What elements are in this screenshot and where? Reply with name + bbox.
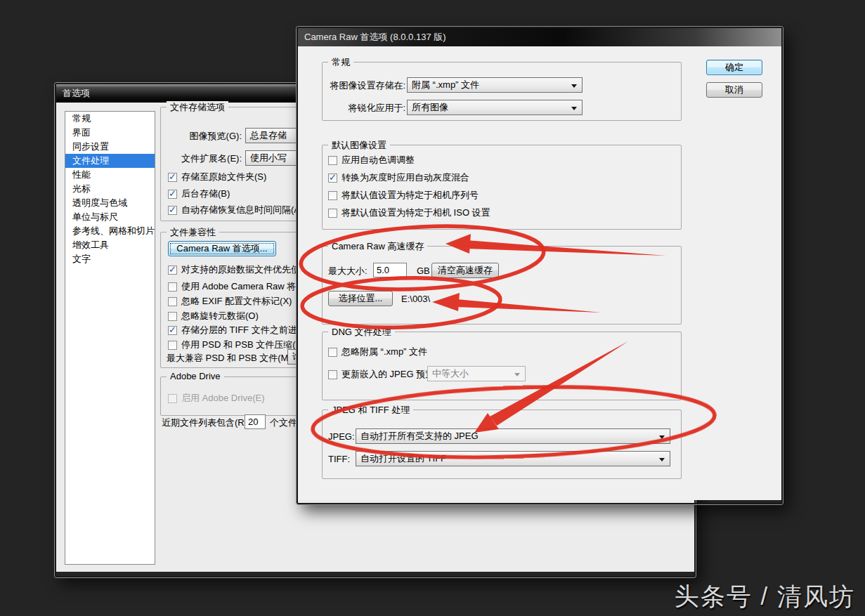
camera-raw-cache-group: Camera Raw 高速缓存 最大大小: GB 清空高速缓存 选择位置... … bbox=[322, 246, 682, 325]
image-preview-label: 图像预览(G): bbox=[161, 131, 242, 142]
window-title: Camera Raw 首选项 (8.0.0.137 版) bbox=[304, 32, 446, 42]
auto-tone-checkbox[interactable]: 应用自动色调调整 bbox=[328, 155, 415, 166]
general-group: 常规 将图像设置存储在: 附属 “.xmp” 文件 将锐化应用于: 所有图像 bbox=[322, 62, 682, 121]
auto-grayscale-checkbox[interactable]: 转换为灰度时应用自动灰度混合 bbox=[328, 172, 469, 183]
checkbox-label: 忽略旋转元数据(O) bbox=[181, 310, 259, 322]
checkbox-label: 对支持的原始数据文件优先使用 bbox=[181, 263, 309, 276]
checkbox-box bbox=[328, 156, 337, 165]
checkbox-label: 存储至原始文件夹(S) bbox=[181, 171, 266, 183]
default-image-settings-group: 默认图像设置 应用自动色调调整 转换为灰度时应用自动灰度混合 将默认值设置为特定… bbox=[322, 145, 682, 230]
dng-file-handling-group: DNG 文件处理 忽略附属 “.xmp” 文件 更新嵌入的 JPEG 预览: 中… bbox=[322, 332, 682, 400]
ignore-rotation-checkbox[interactable]: 忽略旋转元数据(O) bbox=[168, 310, 259, 322]
checkbox-box bbox=[168, 190, 177, 199]
checkbox-box bbox=[168, 326, 177, 335]
sidebar-item-transparency[interactable]: 透明度与色域 bbox=[65, 196, 155, 210]
group-legend: JPEG 和 TIFF 处理 bbox=[328, 404, 413, 417]
group-legend: 文件兼容性 bbox=[167, 226, 219, 239]
checkbox-box bbox=[328, 348, 337, 357]
watermark-text: 头条号 / 清风坊 bbox=[675, 580, 855, 613]
save-in-background-checkbox[interactable]: 后台存储(B) bbox=[168, 188, 230, 199]
checkbox-box bbox=[168, 173, 177, 182]
prefer-raw-checkbox[interactable]: 对支持的原始数据文件优先使用 bbox=[168, 264, 309, 275]
group-legend: Camera Raw 高速缓存 bbox=[328, 240, 427, 253]
checkbox-label: 转换为灰度时应用自动灰度混合 bbox=[342, 171, 469, 184]
jpeg-handling-dropdown[interactable]: 自动打开所有受支持的 JPEG bbox=[356, 428, 670, 444]
checkbox-box bbox=[328, 209, 337, 218]
max-size-unit: GB bbox=[417, 266, 430, 277]
group-legend: 文件存储选项 bbox=[167, 101, 228, 114]
sidebar-item-units[interactable]: 单位与标尺 bbox=[65, 210, 155, 224]
group-legend: DNG 文件处理 bbox=[328, 326, 395, 339]
checkbox-label: 自动存储恢复信息时间间隔(A): bbox=[181, 204, 306, 216]
sidebar-item-performance[interactable]: 性能 bbox=[65, 168, 155, 182]
tiff-handling-dropdown[interactable]: 自动打开设置的 TIFF bbox=[356, 451, 670, 466]
camera-raw-client-area: 确定 取消 常规 将图像设置存储在: 附属 “.xmp” 文件 将锐化应用于: … bbox=[298, 46, 781, 500]
checkbox-box bbox=[168, 312, 177, 321]
checkbox-label: 启用 Adobe Drive(E) bbox=[181, 392, 264, 405]
tiff-label: TIFF: bbox=[328, 454, 350, 465]
update-jpeg-preview-checkbox[interactable]: 更新嵌入的 JPEG 预览: bbox=[328, 369, 437, 380]
window-title: 首选项 bbox=[63, 88, 90, 98]
checkbox-label: 忽略附属 “.xmp” 文件 bbox=[342, 346, 427, 358]
use-acr-convert-checkbox[interactable]: 使用 Adobe Camera Raw 将文 bbox=[168, 281, 305, 292]
checkbox-box bbox=[168, 394, 177, 403]
max-size-input[interactable] bbox=[373, 263, 407, 277]
autosave-recovery-checkbox[interactable]: 自动存储恢复信息时间间隔(A): bbox=[168, 204, 306, 216]
checkbox-box bbox=[168, 297, 177, 306]
recent-files-input[interactable] bbox=[245, 414, 266, 429]
ok-button[interactable]: 确定 bbox=[706, 60, 762, 75]
sidebar-item-sync[interactable]: 同步设置 bbox=[65, 140, 155, 154]
checkbox-label: 更新嵌入的 JPEG 预览: bbox=[342, 368, 437, 381]
checkbox-box bbox=[328, 191, 337, 200]
enable-adobe-drive-checkbox: 启用 Adobe Drive(E) bbox=[168, 393, 264, 404]
disable-psd-compression-checkbox[interactable]: 停用 PSD 和 PSB 文件压缩(D) bbox=[168, 339, 305, 350]
group-legend: 默认图像设置 bbox=[328, 139, 390, 152]
sidebar-item-general[interactable]: 常规 bbox=[65, 112, 155, 126]
preview-size-dropdown: 中等大小 bbox=[427, 366, 526, 381]
checkbox-box bbox=[168, 266, 177, 275]
store-settings-dropdown[interactable]: 附属 “.xmp” 文件 bbox=[407, 77, 583, 93]
save-in-original-folder-checkbox[interactable]: 存储至原始文件夹(S) bbox=[168, 171, 266, 183]
store-settings-label: 将图像设置存储在: bbox=[323, 80, 405, 91]
checkbox-box bbox=[328, 173, 337, 183]
sidebar-item-interface[interactable]: 界面 bbox=[65, 126, 155, 140]
checkbox-label: 忽略 EXIF 配置文件标记(X) bbox=[181, 295, 292, 308]
max-size-label: 最大大小: bbox=[328, 266, 368, 277]
group-legend: 常规 bbox=[328, 56, 353, 69]
checkbox-label: 将默认值设置为特定于相机 ISO 设置 bbox=[342, 207, 490, 219]
checkbox-label: 应用自动色调调整 bbox=[342, 154, 415, 166]
window-titlebar[interactable]: Camera Raw 首选项 (8.0.0.137 版) bbox=[298, 28, 781, 46]
cancel-button[interactable]: 取消 bbox=[706, 82, 762, 98]
select-location-button[interactable]: 选择位置... bbox=[328, 291, 393, 306]
apply-sharpening-label: 将锐化应用于: bbox=[323, 103, 405, 114]
preferences-category-list: 常规 界面 同步设置 文件处理 性能 光标 透明度与色域 单位与标尺 参考线、网… bbox=[65, 111, 155, 565]
group-legend: Adobe Drive bbox=[167, 371, 224, 381]
sidebar-item-guides[interactable]: 参考线、网格和切片 bbox=[65, 224, 155, 238]
checkbox-box bbox=[168, 282, 177, 291]
max-compat-label: 最大兼容 PSD 和 PSB 文件(M): bbox=[167, 353, 294, 364]
recent-files-label: 近期文件列表包含(R): bbox=[162, 417, 250, 428]
defaults-iso-checkbox[interactable]: 将默认值设置为特定于相机 ISO 设置 bbox=[328, 207, 490, 218]
sidebar-item-file-handling[interactable]: 文件处理 bbox=[65, 154, 155, 168]
ignore-exif-checkbox[interactable]: 忽略 EXIF 配置文件标记(X) bbox=[168, 296, 292, 307]
screenshot-stage: 首选项 常规 界面 同步设置 文件处理 性能 光标 透明度与色域 单位与标尺 参… bbox=[0, 0, 865, 616]
apply-sharpening-dropdown[interactable]: 所有图像 bbox=[407, 100, 583, 115]
sidebar-item-plugins[interactable]: 增效工具 bbox=[65, 238, 155, 252]
checkbox-label: 停用 PSD 和 PSB 文件压缩(D) bbox=[181, 339, 305, 351]
cache-location-path: E:\003\ bbox=[401, 294, 430, 305]
checkbox-label: 使用 Adobe Camera Raw 将文 bbox=[181, 280, 305, 293]
jpeg-label: JPEG: bbox=[328, 431, 355, 443]
camera-raw-preferences-window: Camera Raw 首选项 (8.0.0.137 版) 确定 取消 常规 将图… bbox=[297, 27, 783, 504]
camera-raw-preferences-button[interactable]: Camera Raw 首选项... bbox=[168, 241, 276, 256]
purge-cache-button[interactable]: 清空高速缓存 bbox=[431, 263, 499, 278]
recent-files-suffix: 个文件 bbox=[270, 417, 297, 428]
defaults-serial-checkbox[interactable]: 将默认值设置为特定于相机序列号 bbox=[328, 190, 479, 201]
ask-before-tiff-checkbox[interactable]: 存储分层的 TIFF 文件之前进行 bbox=[168, 325, 306, 336]
file-extension-label: 文件扩展名(E): bbox=[161, 153, 242, 164]
jpeg-tiff-handling-group: JPEG 和 TIFF 处理 JPEG: 自动打开所有受支持的 JPEG TIF… bbox=[322, 409, 682, 479]
checkbox-box bbox=[168, 341, 177, 350]
checkbox-label: 后台存储(B) bbox=[181, 188, 230, 200]
sidebar-item-type[interactable]: 文字 bbox=[65, 252, 155, 266]
ignore-xmp-checkbox[interactable]: 忽略附属 “.xmp” 文件 bbox=[328, 346, 427, 358]
sidebar-item-cursors[interactable]: 光标 bbox=[65, 182, 155, 196]
